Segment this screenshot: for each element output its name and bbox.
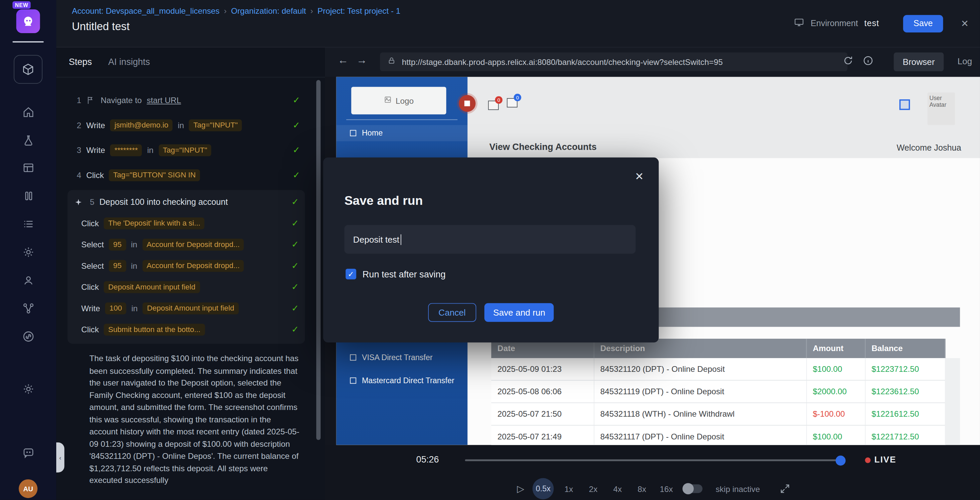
rail-item-home[interactable]: [21, 104, 36, 119]
panel-tabs: Steps AI insights: [56, 47, 325, 77]
cell-description: 845321120 (DPT) - Online Deposit: [594, 358, 806, 380]
speed-0-5x[interactable]: 0.5x: [533, 478, 554, 499]
save-and-run-modal: ✕ Save and run Deposit test ✓ Run test a…: [323, 158, 659, 343]
selection-box-icon[interactable]: [899, 99, 910, 110]
save-and-run-button[interactable]: Save and run: [484, 303, 554, 322]
rail-item-integrations[interactable]: [21, 329, 36, 344]
breadcrumb-project[interactable]: Project: Test project - 1: [318, 6, 401, 16]
bank-menu-mastercard-transfer[interactable]: Mastercard Direct Transfer: [336, 373, 468, 389]
scrollbar-thumb[interactable]: [316, 80, 321, 440]
substep-select-account-2[interactable]: Select 95 in Account for Deposit dropd..…: [74, 255, 299, 276]
rail-item-tests[interactable]: [14, 55, 43, 84]
cell-date: 2025-05-09 01:23: [492, 358, 594, 380]
substep-click-submit[interactable]: Click Submit button at the botto... ✓: [74, 318, 299, 340]
chevron-left-icon: ‹: [59, 454, 61, 461]
save-button[interactable]: Save: [903, 15, 943, 32]
info-icon[interactable]: [862, 55, 874, 66]
breadcrumb-organization[interactable]: Organization: default: [231, 6, 306, 16]
rail-item-settings[interactable]: [21, 244, 36, 260]
cell-description: 845321118 (WTH) - Online Withdrawl: [594, 403, 806, 425]
overlay-frame-icon-1[interactable]: 0: [488, 101, 499, 110]
test-name-input[interactable]: Deposit test: [344, 225, 636, 254]
playback-controls: ▷ 0.5x 1x 2x 4x 8x 16x skip inactive: [325, 478, 980, 499]
playback-scrubber-handle[interactable]: [836, 455, 846, 465]
cell-amount: $100.00: [806, 358, 865, 380]
header-right: Environment test Save ✕: [794, 0, 970, 47]
step-number: 3: [73, 145, 81, 154]
flask-icon: [21, 134, 35, 146]
app-logo[interactable]: [16, 10, 40, 33]
tab-browser[interactable]: Browser: [894, 53, 943, 71]
checkbox-checked-icon[interactable]: ✓: [346, 269, 356, 279]
close-icon[interactable]: ✕: [959, 16, 970, 30]
speed-2x[interactable]: 2x: [584, 484, 603, 493]
substep-click-amount[interactable]: Click Deposit Amount input field ✓: [74, 276, 299, 297]
speed-16x[interactable]: 16x: [657, 484, 676, 493]
check-icon: ✓: [293, 120, 300, 130]
bank-menu-home[interactable]: Home: [336, 125, 468, 141]
stop-recording-button[interactable]: [459, 95, 476, 112]
group-step-row[interactable]: 5 Deposit 100 into checking account ✓: [74, 191, 299, 212]
step-connector: in: [131, 240, 137, 249]
bank-menu-label: Mastercard Direct Transfer: [362, 376, 454, 385]
speed-8x[interactable]: 8x: [633, 484, 651, 493]
step-row-navigate[interactable]: 1 Navigate to start URL ✓: [73, 88, 300, 113]
sparkle-icon: [74, 197, 83, 207]
live-label: LIVE: [874, 454, 896, 465]
rail-item-lab[interactable]: [21, 132, 36, 148]
table-scrollbar-track[interactable]: [945, 358, 960, 445]
step-row-write-password[interactable]: 3 Write ******** in Tag="INPUT" ✓: [73, 137, 300, 162]
substep-click-deposit-link[interactable]: Click The 'Deposit' link with a si... ✓: [74, 212, 299, 234]
breadcrumb-account[interactable]: Account: Devspace_all_module_licenses: [72, 6, 220, 16]
step-row-click-signin[interactable]: 4 Click Tag="BUTTON" SIGN IN ✓: [73, 162, 300, 188]
rail-item-data-table[interactable]: [21, 160, 36, 175]
header-left: Account: Devspace_all_module_licenses › …: [72, 6, 401, 33]
forward-button[interactable]: →: [355, 54, 369, 67]
step-verb: Click: [86, 170, 104, 180]
back-button[interactable]: ←: [336, 54, 350, 67]
rail-item-columns[interactable]: [21, 188, 36, 203]
environment-value[interactable]: test: [864, 19, 879, 28]
rail-item-workflows[interactable]: [21, 301, 36, 315]
step-connector: in: [178, 120, 184, 129]
rail-item-checklist[interactable]: [21, 216, 36, 231]
overlay-frame-icon-2[interactable]: 0: [507, 98, 517, 107]
step-row-write-email[interactable]: 2 Write jsmith@demo.io in Tag="INPUT" ✓: [73, 113, 300, 137]
tab-ai-insights[interactable]: AI insights: [108, 57, 150, 67]
user-avatar[interactable]: AU: [19, 479, 38, 498]
rail-item-personas[interactable]: [21, 272, 36, 288]
app-header: Account: Devspace_all_module_licenses › …: [56, 0, 980, 48]
url-text: http://stage.dbank.prod-apps.relicx.ai:8…: [402, 57, 723, 67]
toggle-knob: [682, 483, 694, 494]
fullscreen-icon[interactable]: [779, 483, 791, 494]
url-bar[interactable]: http://stage.dbank.prod-apps.relicx.ai:8…: [380, 53, 848, 71]
skip-inactive-toggle[interactable]: [684, 484, 703, 493]
page-title: Untitled test: [72, 20, 401, 33]
bank-menu-visa-transfer[interactable]: VISA Direct Transfer: [336, 349, 468, 366]
modal-close-icon[interactable]: ✕: [633, 169, 645, 185]
logo-underline: [13, 41, 43, 43]
play-icon[interactable]: ▷: [514, 483, 527, 494]
cancel-button[interactable]: Cancel: [428, 303, 476, 322]
run-after-saving-checkbox-row[interactable]: ✓ Run test after saving: [346, 269, 446, 279]
rail-item-support-chat[interactable]: [21, 445, 36, 460]
substep-write-amount[interactable]: Write 100 in Deposit Amount input field …: [74, 298, 299, 318]
step-target-badge: Tag="INPUT": [159, 144, 212, 156]
refresh-icon[interactable]: [842, 55, 854, 66]
substep-select-account-1[interactable]: Select 95 in Account for Deposit dropd..…: [74, 234, 299, 255]
speed-4x[interactable]: 4x: [608, 484, 627, 493]
bank-user-avatar-placeholder[interactable]: User Avatar: [928, 92, 955, 125]
step-connector: in: [131, 304, 138, 313]
step-value-badge: ********: [110, 144, 142, 156]
columns-icon: [21, 189, 35, 202]
bank-welcome-text: Welcome Joshua: [897, 143, 961, 153]
tab-log[interactable]: Log: [953, 56, 976, 67]
playback-track[interactable]: [465, 459, 840, 461]
panel-collapse-handle[interactable]: ‹: [56, 443, 64, 473]
start-url-link[interactable]: start URL: [146, 96, 181, 105]
step-target-badge: Tag="INPUT": [189, 119, 242, 131]
step-value-badge: jsmith@demo.io: [110, 119, 173, 131]
tab-steps[interactable]: Steps: [68, 57, 92, 67]
rail-item-admin-settings[interactable]: [21, 381, 36, 396]
speed-1x[interactable]: 1x: [559, 484, 578, 493]
